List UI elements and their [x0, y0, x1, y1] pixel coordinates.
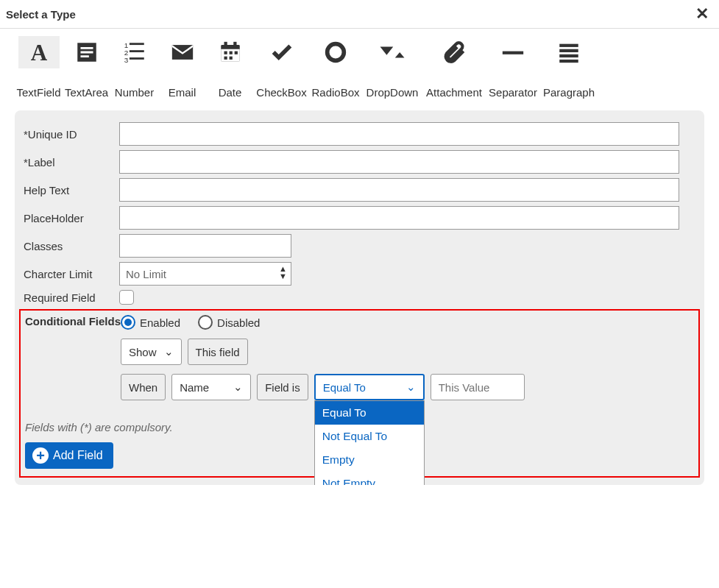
label-help-text: Help Text	[24, 184, 119, 196]
type-label: Attachment	[426, 86, 482, 99]
conditional-fields-region: Conditional Fields Enabled Disabled Show…	[19, 309, 700, 478]
row-char-limit: Charcter Limit ▲▼	[24, 262, 679, 286]
input-classes[interactable]	[119, 234, 291, 258]
svg-rect-4	[129, 50, 144, 52]
label-field-is: Field is	[257, 374, 308, 400]
select-show[interactable]: Show ⌄	[121, 339, 182, 365]
type-dropdown[interactable]: DropDown	[362, 36, 422, 99]
modal-title: Select a Type	[6, 8, 76, 21]
row-unique-id: *Unique ID	[24, 122, 679, 146]
select-operator[interactable]: Equal To ⌄	[314, 374, 425, 400]
type-label: Separator	[489, 86, 537, 99]
type-label: TextField	[16, 86, 60, 99]
type-label: Email	[169, 86, 196, 99]
type-checkbox[interactable]: CheckBox	[254, 36, 309, 99]
field-type-selector: A TextField TextArea 123 Number Email Da…	[0, 29, 719, 99]
svg-rect-19	[559, 49, 578, 52]
svg-rect-20	[559, 54, 578, 57]
radio-disabled[interactable]	[198, 315, 213, 330]
svg-rect-8	[221, 49, 240, 62]
textarea-icon	[66, 36, 107, 68]
input-unique-id[interactable]	[119, 122, 679, 146]
input-help-text[interactable]	[119, 178, 679, 202]
select-name[interactable]: Name ⌄	[171, 374, 251, 400]
radio-disabled-label: Disabled	[217, 316, 260, 329]
svg-rect-13	[234, 52, 237, 54]
radiobox-icon	[315, 36, 356, 68]
label-this-field: This field	[188, 339, 248, 365]
chevron-down-icon: ⌄	[164, 345, 174, 358]
input-placeholder[interactable]	[119, 206, 679, 230]
char-limit-stepper[interactable]: ▲▼	[279, 265, 287, 280]
attachment-icon	[433, 36, 475, 68]
svg-rect-17	[503, 52, 523, 54]
svg-rect-21	[559, 60, 578, 63]
svg-rect-15	[229, 57, 232, 60]
type-separator[interactable]: Separator	[486, 36, 540, 99]
radio-enabled[interactable]	[121, 315, 135, 330]
svg-text:3: 3	[124, 56, 128, 64]
type-number[interactable]: 123 Number	[110, 36, 158, 99]
type-label: DropDown	[366, 86, 419, 99]
type-label: Paragraph	[543, 86, 595, 99]
plus-circle-icon: +	[32, 447, 49, 464]
type-attachment[interactable]: Attachment	[422, 36, 486, 99]
textfield-icon: A	[18, 36, 60, 68]
svg-rect-18	[559, 44, 578, 47]
label-placeholder: PlaceHolder	[24, 212, 119, 224]
option-equal-to[interactable]: Equal To	[315, 401, 424, 425]
input-label[interactable]	[119, 150, 679, 174]
radio-enabled-label: Enabled	[140, 316, 180, 329]
label-char-limit: Charcter Limit	[24, 268, 119, 280]
type-label: Number	[115, 86, 154, 99]
dropdown-icon	[372, 36, 413, 68]
input-char-limit[interactable]	[119, 262, 291, 286]
svg-rect-10	[233, 42, 236, 47]
option-not-empty[interactable]: Not Empty	[315, 472, 424, 485]
add-field-button[interactable]: + Add Field	[25, 442, 113, 469]
label-when: When	[121, 374, 166, 400]
svg-rect-6	[129, 57, 144, 60]
row-help-text: Help Text	[24, 178, 679, 202]
conditional-fields-label: Conditional Fields	[25, 315, 121, 327]
checkbox-required[interactable]	[119, 290, 134, 305]
label-classes: Classes	[24, 240, 119, 252]
row-classes: Classes	[24, 234, 679, 258]
svg-rect-14	[224, 57, 227, 60]
row-required: Required Field	[24, 290, 679, 305]
type-textarea[interactable]: TextArea	[63, 36, 110, 99]
row-label: *Label	[24, 150, 679, 174]
svg-rect-11	[224, 52, 227, 54]
label-label: *Label	[24, 156, 119, 169]
paragraph-icon	[548, 36, 589, 68]
svg-text:A: A	[30, 40, 47, 65]
type-paragraph[interactable]: Paragraph	[540, 36, 598, 99]
type-label: RadioBox	[311, 86, 359, 99]
type-date[interactable]: Date	[206, 36, 254, 99]
type-label: TextArea	[65, 86, 108, 99]
separator-icon	[492, 36, 534, 68]
form-panel: *Unique ID *Label Help Text PlaceHolder …	[15, 110, 704, 485]
svg-rect-2	[129, 43, 144, 45]
option-empty[interactable]: Empty	[315, 448, 424, 472]
label-unique-id: *Unique ID	[24, 128, 119, 141]
chevron-down-icon: ⌄	[406, 380, 416, 394]
close-icon[interactable]: ✕	[695, 4, 709, 24]
svg-rect-9	[224, 42, 227, 47]
date-icon	[210, 36, 251, 68]
row-placeholder: PlaceHolder	[24, 206, 679, 230]
email-icon	[162, 36, 203, 68]
svg-rect-12	[229, 52, 232, 54]
option-not-equal-to[interactable]: Not Equal To	[315, 425, 424, 448]
operator-dropdown: Equal To Not Equal To Empty Not Empty Gr…	[314, 400, 425, 485]
input-this-value[interactable]	[431, 374, 525, 400]
chevron-down-icon: ⌄	[233, 380, 243, 394]
checkbox-icon	[261, 36, 302, 68]
type-radiobox[interactable]: RadioBox	[309, 36, 362, 99]
type-email[interactable]: Email	[158, 36, 206, 99]
type-label: Date	[219, 86, 242, 99]
number-icon: 123	[114, 36, 155, 68]
type-label: CheckBox	[256, 86, 306, 99]
type-textfield[interactable]: A TextField	[15, 36, 63, 99]
modal-header: Select a Type ✕	[0, 0, 719, 29]
